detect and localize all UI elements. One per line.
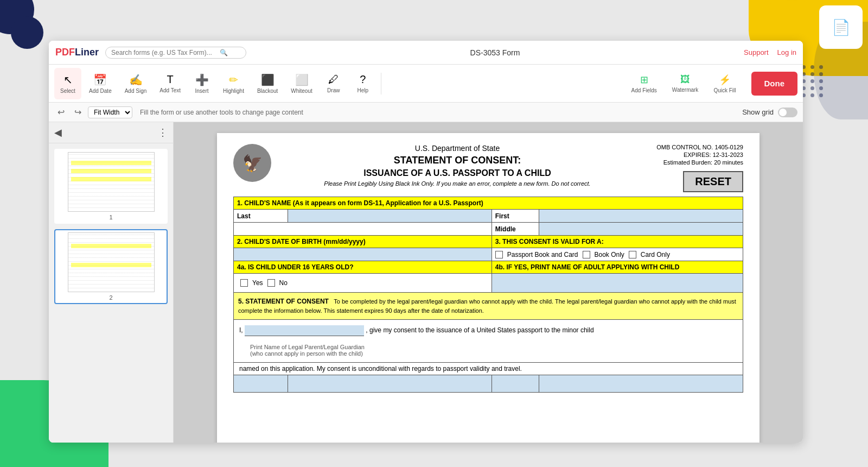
sidebar-collapse-button[interactable]: ◀: [54, 127, 62, 138]
whiteout-tool[interactable]: ⬜ Whiteout: [285, 68, 317, 99]
watermark-tool[interactable]: 🖼 Watermark: [667, 68, 704, 99]
first-label: First: [492, 210, 539, 223]
add-fields-tool[interactable]: ⊞ Add Fields: [626, 68, 662, 99]
page-num-1: 1: [109, 214, 112, 220]
doc-area: 🦅 U.S. Department of State STATEMENT OF …: [174, 122, 803, 443]
add-date-tool[interactable]: 📅 Add Date: [84, 68, 117, 99]
redo-button[interactable]: ↪: [71, 106, 85, 118]
grid-toggle[interactable]: [778, 108, 797, 117]
login-link[interactable]: Log in: [777, 48, 796, 56]
toolbar-separator: [381, 73, 381, 94]
whiteout-icon: ⬜: [295, 73, 309, 86]
adult-name-input[interactable]: [492, 274, 743, 293]
first-name-input[interactable]: [539, 210, 743, 223]
bottom-field-2[interactable]: [288, 375, 492, 393]
add-fields-icon: ⊞: [640, 74, 648, 86]
form-note: Please Print Legibly Using Black Ink Onl…: [280, 180, 635, 187]
blackout-icon: ⬛: [261, 73, 275, 86]
highlight-label: Highlight: [223, 88, 244, 94]
quick-fill-tool[interactable]: ⚡ Quick Fill: [708, 68, 741, 99]
s5-i: I,: [239, 326, 243, 334]
support-link[interactable]: Support: [744, 48, 769, 56]
text-icon: T: [167, 73, 174, 86]
no-checkbox[interactable]: [267, 279, 275, 287]
app-window: PDF Liner 🔍 DS-3053 Form Support Log in …: [49, 41, 803, 443]
logo: PDF Liner: [55, 47, 99, 58]
yes-checkbox[interactable]: [240, 279, 248, 287]
whiteout-label: Whiteout: [291, 88, 312, 94]
add-text-tool[interactable]: T Add Text: [154, 68, 186, 99]
bottom-field-1[interactable]: [234, 375, 288, 393]
page-thumb-img-2: [68, 232, 155, 292]
bottom-field-3[interactable]: [492, 375, 539, 393]
table-row-4ab-header: 4a. IS CHILD UNDER 16 YEARS OLD? 4b. IF …: [234, 261, 743, 274]
add-sign-label: Add Sign: [125, 88, 147, 94]
passport-book-card-checkbox[interactable]: [495, 251, 503, 258]
show-grid-label: Show grid: [742, 108, 774, 116]
omb-burden: Estimated Burden: 20 minutes: [635, 159, 743, 166]
consent-valid-options: Passport Book and Card Book Only Card On…: [492, 248, 743, 261]
sidebar-pages: 1 2: [49, 143, 173, 443]
omb-expires: EXPIRES: 12-31-2023: [635, 152, 743, 158]
select-tool[interactable]: ↖ Select: [54, 68, 81, 99]
book-only-checkbox[interactable]: [583, 251, 590, 258]
done-button[interactable]: Done: [751, 72, 798, 96]
add-text-label: Add Text: [159, 87, 181, 93]
s5-cell: 5. STATEMENT OF CONSENT To be completed …: [234, 293, 743, 320]
reset-button[interactable]: RESET: [683, 171, 743, 192]
s3-header: 3. THIS CONSENT IS VALID FOR A:: [492, 236, 743, 248]
legal-guardian-name-input[interactable]: [245, 325, 364, 336]
form-subtitle: ISSUANCE OF A U.S. PASSPORT TO A CHILD: [280, 168, 635, 178]
middle-name-input[interactable]: [539, 223, 743, 236]
card-only-checkbox[interactable]: [629, 251, 636, 258]
draw-label: Draw: [327, 87, 340, 93]
form-dept: U.S. Department of State: [280, 144, 635, 153]
table-row-dob-header: 2. CHILD'S DATE OF BIRTH (mm/dd/yyyy) 3.…: [234, 236, 743, 248]
passport-book-card-label: Passport Book and Card: [507, 251, 578, 258]
draw-tool[interactable]: 🖊 Draw: [320, 68, 347, 99]
logo-liner: Liner: [75, 47, 99, 58]
highlight-tool[interactable]: ✏ Highlight: [218, 68, 250, 99]
toolbar-right: ⊞ Add Fields 🖼 Watermark ⚡ Quick Fill Do…: [626, 68, 797, 99]
search-input[interactable]: [111, 49, 220, 56]
table-row-named: named on this application. My consent is…: [234, 363, 743, 375]
s1-header: 1. CHILD'S NAME (As it appears on form D…: [234, 197, 743, 210]
s5-print-label: Print Name of Legal Parent/Legal Guardia…: [250, 344, 737, 350]
named-cell: named on this application. My consent is…: [234, 363, 743, 375]
undo-button[interactable]: ↩: [54, 106, 68, 118]
s4a-inputs: Yes No: [234, 274, 492, 293]
bottom-field-4[interactable]: [539, 375, 743, 393]
form-table: 1. CHILD'S NAME (As it appears on form D…: [233, 197, 743, 393]
quick-fill-icon: ⚡: [719, 74, 731, 86]
add-fields-label: Add Fields: [631, 87, 657, 93]
no-label: No: [279, 279, 288, 287]
logo-pdf: PDF: [55, 47, 75, 58]
page-num-2: 2: [109, 294, 112, 301]
add-sign-tool[interactable]: ✍ Add Sign: [119, 68, 152, 99]
search-bar[interactable]: 🔍: [105, 47, 246, 59]
last-name-input[interactable]: [288, 210, 492, 223]
sidebar-options-button[interactable]: ⋮: [158, 127, 168, 138]
sidebar-header: ◀ ⋮: [49, 122, 173, 143]
sidebar: ◀ ⋮ 1: [49, 122, 174, 443]
page-thumb-1[interactable]: 1: [54, 149, 168, 224]
help-tool[interactable]: ? Help: [349, 68, 376, 99]
search-icon: 🔍: [220, 49, 228, 56]
form-title-block: U.S. Department of State STATEMENT OF CO…: [280, 144, 635, 187]
table-row-dob-inputs: Passport Book and Card Book Only Card On…: [234, 248, 743, 261]
draw-icon: 🖊: [328, 73, 339, 86]
help-icon: ?: [360, 73, 366, 86]
quick-fill-label: Quick Fill: [713, 87, 736, 93]
blackout-tool[interactable]: ⬛ Blackout: [252, 68, 283, 99]
zoom-select[interactable]: Fit Width: [88, 106, 132, 118]
dob-input[interactable]: [234, 248, 492, 261]
content-area: ◀ ⋮ 1: [49, 122, 803, 443]
insert-label: Insert: [195, 88, 209, 94]
blackout-label: Blackout: [257, 88, 278, 94]
s5-named-text: named on this application. My consent is…: [239, 365, 522, 373]
table-row-name-fields: Last First: [234, 210, 743, 223]
bg-blob-tl2: [11, 16, 43, 49]
insert-tool[interactable]: ➕ Insert: [188, 68, 215, 99]
toolbar: ↖ Select 📅 Add Date ✍ Add Sign T Add Tex…: [49, 65, 803, 103]
page-thumb-2[interactable]: 2: [54, 229, 168, 304]
